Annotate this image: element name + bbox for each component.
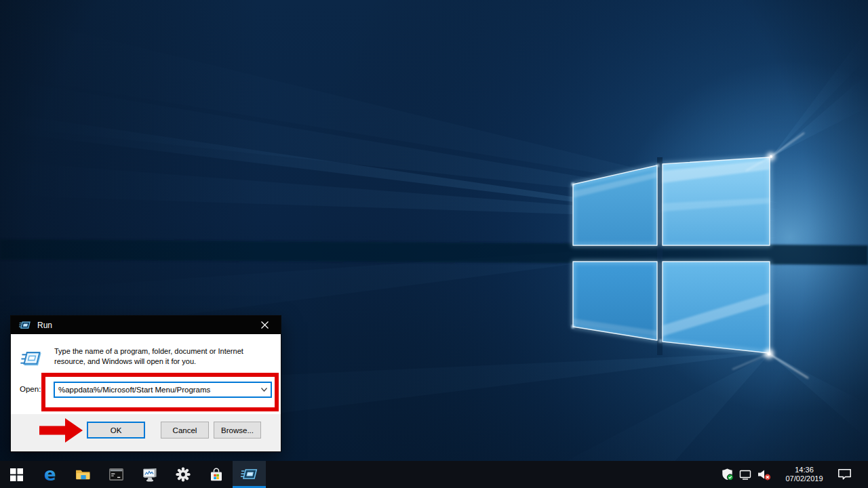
taskbar-item-file-explorer[interactable] — [66, 461, 100, 488]
run-dialog-window: Run Type the name of a program, folder, … — [10, 315, 281, 452]
start-button[interactable] — [0, 461, 33, 488]
run-dialog-icon — [20, 350, 43, 371]
close-icon — [261, 321, 269, 329]
taskbar-item-run[interactable] — [233, 461, 266, 488]
gear-icon — [176, 467, 191, 482]
clock-date: 07/02/2019 — [781, 474, 827, 483]
open-combobox[interactable] — [54, 382, 272, 398]
browse-button[interactable]: Browse... — [214, 422, 261, 439]
open-label: Open: — [20, 385, 41, 393]
run-dialog-titlebar[interactable]: Run — [11, 316, 281, 334]
taskbar-item-store[interactable] — [199, 461, 233, 488]
taskbar-item-performance-monitor[interactable] — [133, 461, 166, 488]
system-tray: 14:36 07/02/2019 — [722, 461, 868, 488]
combobox-dropdown-button[interactable] — [257, 383, 271, 396]
chevron-down-icon — [261, 388, 267, 392]
command-prompt-icon — [109, 468, 123, 481]
action-center-icon[interactable] — [837, 468, 852, 481]
run-dialog-body: Type the name of a program, folder, docu… — [11, 334, 281, 415]
cancel-button[interactable]: Cancel — [161, 422, 209, 439]
run-dialog-description: Type the name of a program, folder, docu… — [54, 346, 243, 367]
taskbar-item-edge[interactable]: e — [33, 461, 66, 488]
run-dialog-footer: OK Cancel Browse... — [11, 414, 281, 451]
volume-muted-icon[interactable] — [757, 469, 771, 481]
clock[interactable]: 14:36 07/02/2019 — [781, 466, 827, 483]
run-app-icon — [19, 321, 31, 330]
ok-button[interactable]: OK — [87, 422, 145, 439]
monitor-chart-icon — [142, 468, 158, 482]
close-button[interactable] — [249, 316, 281, 334]
window-title: Run — [37, 321, 52, 330]
defender-shield-icon[interactable] — [722, 468, 733, 481]
open-input[interactable] — [55, 383, 257, 396]
run-icon — [241, 468, 258, 481]
taskbar-item-command-prompt[interactable] — [100, 461, 133, 488]
description-line-1: Type the name of a program, folder, docu… — [54, 346, 243, 357]
windows-logo-icon — [10, 468, 23, 481]
taskbar: e — [0, 461, 868, 488]
taskbar-item-settings[interactable] — [166, 461, 199, 488]
edge-icon: e — [41, 466, 59, 483]
file-explorer-icon — [75, 468, 91, 481]
network-icon[interactable] — [739, 470, 751, 480]
description-line-2: resource, and Windows will open it for y… — [54, 357, 243, 367]
clock-time: 14:36 — [781, 466, 827, 474]
desktop: Run Type the name of a program, folder, … — [0, 0, 868, 488]
svg-text:e: e — [44, 466, 56, 483]
microsoft-store-icon — [210, 468, 223, 482]
